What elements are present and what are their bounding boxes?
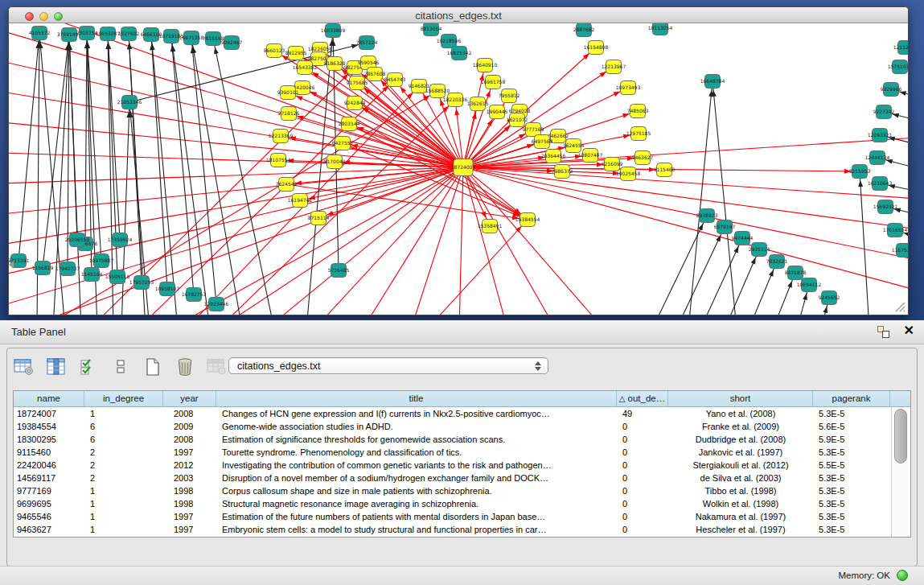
graph-node[interactable]: 8186328 xyxy=(324,57,346,71)
table-row[interactable]: 946362711997Embryonic stem cells: a mode… xyxy=(14,523,910,536)
scrollbar-thumb[interactable] xyxy=(894,409,907,463)
graph-node[interactable]: 7832621 xyxy=(766,255,788,269)
graph-node[interactable]: 19218596 xyxy=(437,35,462,48)
graph-node[interactable]: 16194742 xyxy=(288,194,313,208)
table-cell[interactable]: Embryonic stem cells: a model to study s… xyxy=(216,523,617,536)
graph-node[interactable]: 8938923 xyxy=(696,209,718,223)
graph-edge[interactable] xyxy=(349,124,528,220)
graph-node[interactable]: 8813054 xyxy=(421,23,442,36)
table-cell[interactable]: 1 xyxy=(84,407,163,420)
graph-edge[interactable] xyxy=(688,81,713,315)
graph-node[interactable]: 7857224 xyxy=(356,36,378,50)
table-cell[interactable]: Stergiakouli et al. (2012) xyxy=(668,459,813,472)
table-cell[interactable]: 9463627 xyxy=(14,523,84,536)
table-cell[interactable]: de Silva et al. (2003) xyxy=(668,472,813,484)
graph-node[interactable]: 9175685 xyxy=(347,76,368,90)
table-cell[interactable]: 5.3E-5 xyxy=(813,472,890,484)
row-height-icon[interactable] xyxy=(109,356,133,377)
table-cell[interactable]: 0 xyxy=(617,497,668,510)
memory-status-indicator[interactable] xyxy=(897,570,908,581)
graph-edge[interactable] xyxy=(749,262,777,315)
graph-node[interactable]: 2803144 xyxy=(339,117,360,131)
table-cell[interactable]: Jankovic et al. (1997) xyxy=(668,446,813,459)
column-header-out_de[interactable]: △out_de… xyxy=(617,391,668,406)
graph-edge[interactable] xyxy=(463,167,604,315)
graph-edge[interactable] xyxy=(151,35,167,289)
column-header-pagerank[interactable]: pagerank xyxy=(813,391,890,406)
graph-node[interactable]: 9245652 xyxy=(819,291,840,305)
graph-node[interactable]: 18640910 xyxy=(473,59,498,72)
table-cell[interactable]: Franke et al. (2009) xyxy=(668,420,813,433)
table-cell[interactable]: Changes of HCN gene expression and I(f) … xyxy=(216,407,617,420)
graph-node[interactable]: 2867608 xyxy=(364,68,386,81)
table-cell[interactable]: 18300295 xyxy=(14,433,84,446)
graph-node[interactable]: 9390101 xyxy=(277,86,299,100)
graph-edge[interactable] xyxy=(41,91,437,315)
table-cell[interactable]: 0 xyxy=(617,446,668,459)
table-cell[interactable]: 2008 xyxy=(163,407,216,420)
table-row[interactable]: 977716911998Corpus callosum shape and si… xyxy=(14,484,910,497)
table-cell[interactable]: 1 xyxy=(84,510,163,523)
resize-grip-icon[interactable] xyxy=(893,299,906,312)
table-cell[interactable]: 9699695 xyxy=(14,497,84,510)
graph-node[interactable]: 7955812 xyxy=(499,89,520,103)
table-cell[interactable]: Wolkin et al. (1998) xyxy=(668,497,813,510)
graph-node[interactable]: 8912955 xyxy=(285,47,307,60)
graph-node[interactable]: 12975185 xyxy=(626,127,651,141)
graph-node[interactable]: 7986372 xyxy=(552,165,573,179)
graph-node[interactable]: 8170044 xyxy=(324,155,346,169)
table-cell[interactable]: Tibbo et al. (1998) xyxy=(668,484,813,497)
graph-node[interactable]: 7485063 xyxy=(627,105,649,118)
graph-node[interactable]: 1156819 xyxy=(32,262,54,275)
graph-node[interactable]: 10973493 xyxy=(616,81,641,95)
graph-edge[interactable] xyxy=(652,216,707,315)
import-table-icon-disabled[interactable] xyxy=(205,356,229,377)
table-cell[interactable]: Dudbridge et al. (2008) xyxy=(668,433,813,446)
table-row[interactable]: 969969511998Structural magnetic resonanc… xyxy=(14,497,910,510)
graph-node[interactable]: 9474444 xyxy=(732,232,754,245)
graph-node[interactable]: 16782753 xyxy=(182,288,207,302)
graph-node[interactable]: 1145194 xyxy=(81,268,103,282)
graph-edge[interactable] xyxy=(463,136,908,167)
graph-node[interactable]: 18113054 xyxy=(648,23,673,35)
table-cell[interactable]: Estimation of the future numbers of pati… xyxy=(216,510,617,523)
table-cell[interactable]: 5.3E-5 xyxy=(813,407,890,420)
graph-node[interactable]: 6216099 xyxy=(602,158,623,171)
graph-node[interactable]: 2718126 xyxy=(278,107,300,121)
table-cell[interactable]: 6 xyxy=(84,433,163,446)
table-row[interactable]: 1456911722003Disruption of a novel membe… xyxy=(14,472,910,484)
table-cell[interactable]: 1 xyxy=(84,484,163,497)
table-cell[interactable]: 0 xyxy=(617,523,668,536)
table-cell[interactable]: 5.6E-5 xyxy=(813,420,890,433)
graph-node[interactable]: 10975887 xyxy=(89,254,114,268)
graph-node[interactable]: 8454743 xyxy=(384,73,406,87)
graph-node[interactable]: 15505115 xyxy=(105,270,130,284)
table-cell[interactable]: 9115460 xyxy=(14,446,84,459)
table-cell[interactable]: 5.3E-5 xyxy=(813,523,890,536)
table-cell[interactable]: 2009 xyxy=(163,420,216,433)
table-cell[interactable]: 0 xyxy=(617,484,668,497)
table-cell[interactable]: 1 xyxy=(84,497,163,510)
table-cell[interactable]: 5.9E-5 xyxy=(813,433,890,446)
table-select-dropdown[interactable]: citations_edges.txt xyxy=(228,357,548,374)
column-header-year[interactable]: year xyxy=(163,391,216,406)
table-row[interactable]: 911546021997Tourette syndrome. Phenomeno… xyxy=(14,446,910,459)
graph-node[interactable]: 12923446 xyxy=(204,298,229,311)
table-cell[interactable]: 6 xyxy=(84,420,163,433)
graph-node[interactable]: 1990445 xyxy=(487,105,508,119)
table-cell[interactable]: Estimation of significance thresholds fo… xyxy=(216,433,617,446)
table-settings-icon[interactable] xyxy=(12,356,36,377)
graph-node[interactable]: 16961758 xyxy=(481,76,506,89)
graph-node[interactable]: 16210643 xyxy=(868,177,893,191)
graph-node[interactable]: 6497568 xyxy=(532,135,553,149)
column-header-name[interactable]: name xyxy=(14,391,84,406)
graph-edge[interactable] xyxy=(43,35,69,268)
graph-edge[interactable] xyxy=(463,167,908,200)
table-cell[interactable]: 1997 xyxy=(163,523,216,536)
graph-node[interactable]: 4105572 xyxy=(29,27,51,40)
column-header-in_degree[interactable]: in_degree xyxy=(84,391,163,406)
graph-node[interactable]: 17942737 xyxy=(55,262,80,276)
graph-node[interactable]: 16825342 xyxy=(447,47,472,60)
table-cell[interactable]: 0 xyxy=(617,433,668,446)
table-cell[interactable]: 2003 xyxy=(163,472,216,484)
